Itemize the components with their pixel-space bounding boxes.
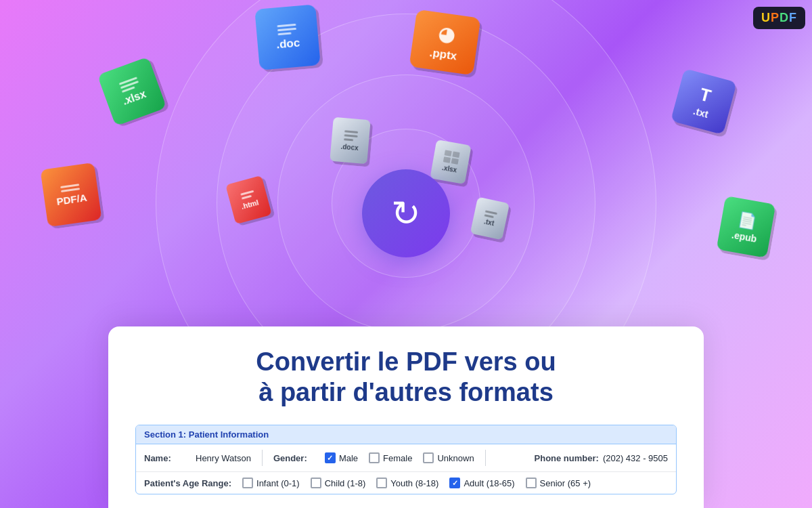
unknown-label: Unknown (437, 453, 474, 463)
form-row-age: Patient's Age Range: Infant (0-1) Child … (136, 472, 676, 494)
file-icon-xlsx-small: .xlsx (430, 140, 471, 184)
infant-checkbox[interactable] (242, 478, 253, 488)
age-adult[interactable]: Adult (18-65) (449, 478, 514, 488)
logo-letter-f: F (789, 11, 797, 24)
adult-label: Adult (18-65) (464, 478, 514, 488)
male-label: Male (339, 453, 358, 463)
name-value: Henry Watson (196, 453, 251, 463)
phone-value: (202) 432 - 9505 (603, 453, 668, 463)
content-card: Convertir le PDF vers ou à partir d'autr… (108, 326, 704, 508)
title-line2: à partir d'autres formats (258, 378, 554, 406)
age-label: Patient's Age Range: (144, 478, 231, 488)
male-checkbox[interactable] (325, 452, 336, 463)
main-title: Convertir le PDF vers ou à partir d'autr… (135, 347, 677, 408)
gender-label: Gender: (273, 453, 314, 463)
logo-letter-u: U (761, 11, 771, 24)
convert-button[interactable]: ↻ (362, 169, 450, 257)
logo-letter-p: P (771, 11, 780, 24)
child-checkbox[interactable] (311, 478, 321, 488)
age-options: Infant (0-1) Child (1-8) Youth (8-18) Ad… (242, 478, 591, 488)
child-label: Child (1-8) (325, 478, 366, 488)
section-title-text: Section 1: Patient Information (144, 429, 269, 440)
gender-options: Male Female Unknown (325, 452, 474, 463)
senior-label: Senior (65 +) (540, 478, 591, 488)
file-icon-pdfa: PDF/A (40, 163, 102, 227)
female-checkbox[interactable] (369, 452, 380, 463)
age-infant[interactable]: Infant (0-1) (242, 478, 300, 488)
age-youth[interactable]: Youth (8-18) (376, 478, 438, 488)
file-icon-doc: .doc (254, 4, 321, 70)
gender-unknown[interactable]: Unknown (423, 452, 474, 463)
female-label: Female (383, 453, 412, 463)
updf-logo: UPDF (753, 7, 805, 29)
adult-checkbox[interactable] (449, 478, 460, 488)
convert-icon: ↻ (391, 193, 421, 234)
patient-form: Section 1: Patient Information Name: Hen… (135, 425, 677, 494)
senior-checkbox[interactable] (526, 478, 537, 488)
gender-female[interactable]: Female (369, 452, 412, 463)
section-header: Section 1: Patient Information (136, 425, 676, 444)
divider (262, 450, 263, 466)
file-icon-pptx: ◕ .pptx (409, 9, 481, 75)
title-line1: Convertir le PDF vers ou (256, 347, 556, 376)
phone-label: Phone number: (535, 453, 599, 463)
gender-male[interactable]: Male (325, 452, 358, 463)
divider2 (485, 450, 486, 466)
phone-section: Phone number: (202) 432 - 9505 (535, 453, 668, 463)
youth-checkbox[interactable] (376, 478, 387, 488)
unknown-checkbox[interactable] (423, 452, 434, 463)
logo-letter-d: D (780, 11, 789, 24)
youth-label: Youth (8-18) (390, 478, 438, 488)
name-label: Name: (144, 453, 185, 463)
infant-label: Infant (0-1) (256, 478, 300, 488)
file-icon-epub: 📄 .epub (717, 196, 776, 258)
file-icon-docx-small: .docx (330, 117, 370, 165)
age-senior[interactable]: Senior (65 +) (526, 478, 591, 488)
form-row-name-gender: Name: Henry Watson Gender: Male Female U… (136, 444, 676, 472)
age-child[interactable]: Child (1-8) (311, 478, 366, 488)
